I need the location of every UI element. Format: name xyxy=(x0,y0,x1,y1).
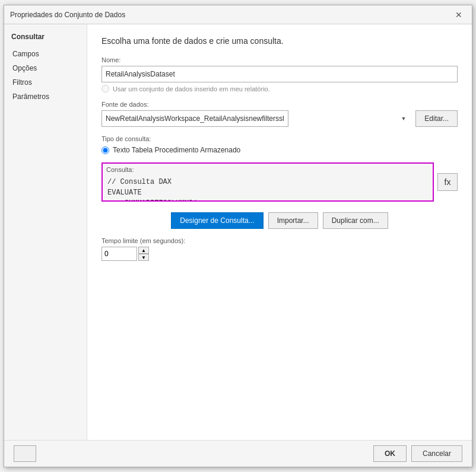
close-button[interactable]: ✕ xyxy=(452,9,466,20)
dialog-title-bar: Propriedades do Conjunto de Dados ✕ xyxy=(4,5,472,24)
query-type-value: Texto Tabela Procedimento Armazenado xyxy=(113,146,240,154)
footer-left xyxy=(14,445,36,462)
query-section: Consulta: fx xyxy=(101,162,458,202)
dialog-footer: OK Cancelar xyxy=(4,440,472,467)
dataset-properties-dialog: Propriedades do Conjunto de Dados ✕ Cons… xyxy=(4,5,472,467)
sidebar: Consultar Campos Opções Filtros Parâmetr… xyxy=(4,24,87,440)
query-type-radio[interactable] xyxy=(101,146,109,154)
footer-left-button[interactable] xyxy=(14,445,36,462)
section-heading: Escolha uma fonte de dados e crie uma co… xyxy=(101,36,458,46)
insert-dataset-radio[interactable] xyxy=(101,85,109,93)
ok-button[interactable]: OK xyxy=(373,445,407,462)
edit-datasource-button[interactable]: Editar... xyxy=(415,110,458,127)
duplicate-button[interactable]: Duplicar com... xyxy=(323,212,388,229)
dialog-title: Propriedades do Conjunto de Dados xyxy=(10,11,125,19)
query-actions: Designer de Consulta... Importar... Dupl… xyxy=(101,212,458,229)
spinner-up-button[interactable]: ▲ xyxy=(138,247,149,254)
insert-dataset-label: Usar um conjunto de dados inserido em me… xyxy=(113,85,270,93)
datasource-select-wrapper: NewRetailAnalysisWorkspace_RetailAnalysi… xyxy=(101,110,411,127)
name-input[interactable] xyxy=(101,66,458,82)
sidebar-item-filtros[interactable]: Filtros xyxy=(4,75,87,90)
sidebar-header: Consultar xyxy=(4,29,87,44)
query-textarea[interactable] xyxy=(103,174,433,200)
timeout-section: Tempo limite (em segundos): ▲ ▼ xyxy=(101,237,458,261)
insert-dataset-row: Usar um conjunto de dados inserido em me… xyxy=(101,85,458,93)
datasource-section: Fonte de dados: NewRetailAnalysisWorkspa… xyxy=(101,101,458,127)
import-button[interactable]: Importar... xyxy=(268,212,318,229)
query-type-radio-row: Texto Tabela Procedimento Armazenado xyxy=(101,146,458,154)
query-type-section: Tipo de consulta: Texto Tabela Procedime… xyxy=(101,135,458,154)
spinner-down-button[interactable]: ▼ xyxy=(138,254,149,261)
datasource-label: Fonte de dados: xyxy=(101,101,458,108)
designer-button[interactable]: Designer de Consulta... xyxy=(171,212,263,229)
timeout-input-row: ▲ ▼ xyxy=(101,247,458,261)
timeout-spinner: ▲ ▼ xyxy=(138,247,149,261)
datasource-select[interactable]: NewRetailAnalysisWorkspace_RetailAnalysi… xyxy=(101,110,288,127)
timeout-input[interactable] xyxy=(101,247,137,261)
query-type-label: Tipo de consulta: xyxy=(101,135,458,142)
cancel-button[interactable]: Cancelar xyxy=(411,445,462,462)
sidebar-item-campos[interactable]: Campos xyxy=(4,47,87,61)
fx-button[interactable]: fx xyxy=(437,173,458,191)
query-label: Consulta: xyxy=(103,164,433,174)
name-field-section: Nome: Usar um conjunto de dados inserido… xyxy=(101,56,458,93)
datasource-row: NewRetailAnalysisWorkspace_RetailAnalysi… xyxy=(101,110,458,127)
dialog-body: Consultar Campos Opções Filtros Parâmetr… xyxy=(4,24,472,440)
main-content: Escolha uma fonte de dados e crie uma co… xyxy=(87,24,472,440)
sidebar-item-opcoes[interactable]: Opções xyxy=(4,61,87,75)
timeout-label: Tempo limite (em segundos): xyxy=(101,237,458,244)
footer-right: OK Cancelar xyxy=(373,445,462,462)
query-box-wrapper: Consulta: xyxy=(101,162,434,202)
sidebar-item-parametros[interactable]: Parâmetros xyxy=(4,90,87,104)
name-label: Nome: xyxy=(101,56,458,63)
